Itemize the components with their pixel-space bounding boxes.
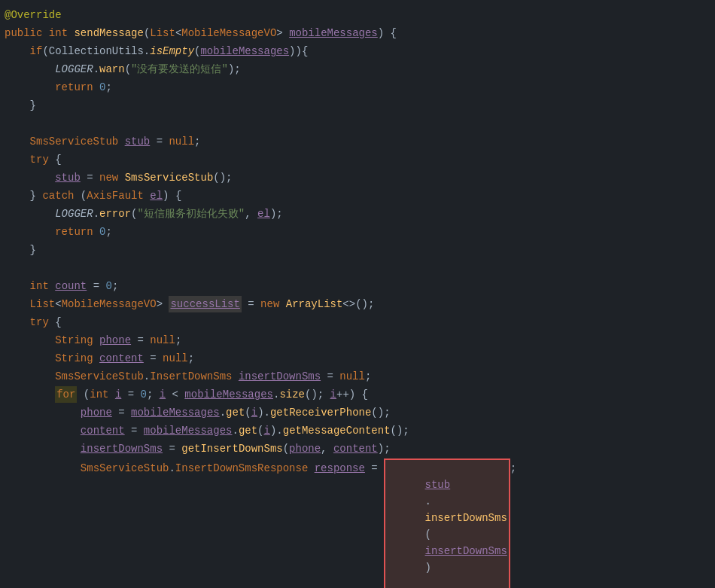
method-receiver23: getReceiverPhone [270, 404, 371, 421]
indent9 [5, 151, 30, 168]
type11: AxisFault [87, 187, 144, 204]
code-line-25: insertDownSms = getInsertDownSms ( phone… [0, 440, 715, 458]
dot24: . [232, 422, 238, 439]
type21: SmsServiceStub [55, 368, 144, 385]
constructor17: ArrayList [286, 296, 343, 312]
generic2: > [276, 25, 289, 41]
eq20: = [144, 350, 163, 367]
keyword-public: public [5, 25, 42, 41]
code-line-17: List < MobileMessageVO > successList = n… [0, 295, 715, 313]
code-line-16: int count = 0 ; [0, 277, 715, 295]
type17: List [30, 296, 56, 312]
code-line-11: } catch ( AxisFault el ) { [0, 187, 715, 205]
null8: null [169, 133, 194, 150]
indent5 [5, 79, 55, 96]
keyword-try9: try [30, 151, 49, 168]
eq19: = [131, 332, 150, 349]
method-error: error [99, 206, 131, 222]
num13: 0 [99, 224, 105, 240]
paren23: ( [245, 404, 251, 421]
keyword-int22: int [90, 386, 108, 403]
method-getinsert25: getInsertDownSms [181, 440, 282, 457]
indent12 [5, 206, 55, 222]
space10 [118, 169, 124, 186]
indent20 [5, 350, 55, 367]
highlight-expression: stub . insertDownSms ( insertDownSms ) [384, 459, 510, 588]
code-line-5: return 0 ; [0, 78, 715, 96]
end-params: ) { [378, 25, 397, 41]
dot26b: . [425, 495, 431, 507]
indent16 [5, 278, 30, 294]
space21 [232, 368, 238, 385]
num5: 0 [99, 79, 105, 96]
eq23: = [112, 404, 131, 421]
method-warn: warn [99, 61, 125, 78]
space13 [93, 224, 99, 240]
keyword-for22: for [55, 386, 77, 403]
close26: ) [425, 562, 431, 574]
keyword-catch11: catch [42, 187, 74, 204]
eq25: = [163, 440, 181, 457]
indent23 [5, 404, 81, 421]
param-name: mobileMessages [289, 25, 378, 41]
stub10: stub [55, 169, 81, 186]
code-line-14: } [0, 241, 715, 259]
new17: new [260, 296, 279, 312]
var-phone25: phone [289, 440, 321, 457]
var-response26: response [315, 460, 365, 477]
paren26: ( [425, 529, 431, 541]
var-el12: el [257, 206, 270, 222]
var-content24: content [81, 422, 125, 439]
semi8: ; [194, 133, 200, 150]
method-isempty: isEmpty [150, 43, 194, 59]
type19: String [55, 332, 93, 349]
var-i22b: i [160, 386, 166, 403]
semi25: ); [378, 440, 391, 457]
code-container: @Override public int sendMessage ( List … [0, 0, 715, 588]
semi23: (); [371, 404, 390, 421]
code-line-8: SmsServiceStub stub = null ; [0, 133, 715, 151]
type26: SmsServiceStub [81, 460, 169, 477]
indent3 [5, 43, 30, 59]
var-stub: stub [125, 133, 151, 150]
string4: "没有要发送的短信" [131, 61, 228, 78]
method-content24: getMessageContent [283, 422, 391, 439]
code-line-13: return 0 ; [0, 223, 715, 241]
eq24: = [125, 422, 144, 439]
indent21 [5, 368, 55, 385]
paren4: ( [125, 61, 131, 78]
semi10: (); [213, 169, 232, 186]
var-insert26: insertDownSms [425, 545, 507, 557]
code-line-3: if ( CollectionUtils. isEmpty ( mobileMe… [0, 42, 715, 60]
annotation: @Override [5, 7, 62, 23]
code-line-2: public int sendMessage ( List < MobileMe… [0, 24, 715, 42]
dot21: . [144, 368, 150, 385]
close4: ); [228, 61, 241, 78]
semi22: ; [147, 386, 160, 403]
mobile-param3: mobileMessages [200, 43, 289, 59]
comma12: , [245, 206, 257, 222]
indent25 [5, 440, 81, 457]
var-count16: count [55, 278, 87, 294]
paren12: ( [131, 206, 137, 222]
paren11: ( [74, 187, 87, 204]
space22b [108, 386, 114, 403]
list-type: List [150, 25, 175, 41]
new10: new [99, 169, 118, 186]
space5 [93, 79, 99, 96]
semi26: ; [510, 460, 516, 477]
var-content25: content [333, 440, 378, 457]
code-line-18: try { [0, 313, 715, 331]
ang17b: > [157, 296, 169, 312]
eq22: = [121, 386, 140, 403]
pp22: ++) { [336, 386, 368, 403]
indent22 [5, 386, 55, 403]
eq21: = [321, 368, 339, 385]
indent17 [5, 296, 30, 312]
comma25: , [321, 440, 333, 457]
var-phone19: phone [99, 332, 131, 349]
close24: ). [270, 422, 283, 439]
var-i22: i [115, 386, 121, 403]
brace6: } [30, 97, 36, 114]
keyword-int16: int [30, 278, 49, 294]
